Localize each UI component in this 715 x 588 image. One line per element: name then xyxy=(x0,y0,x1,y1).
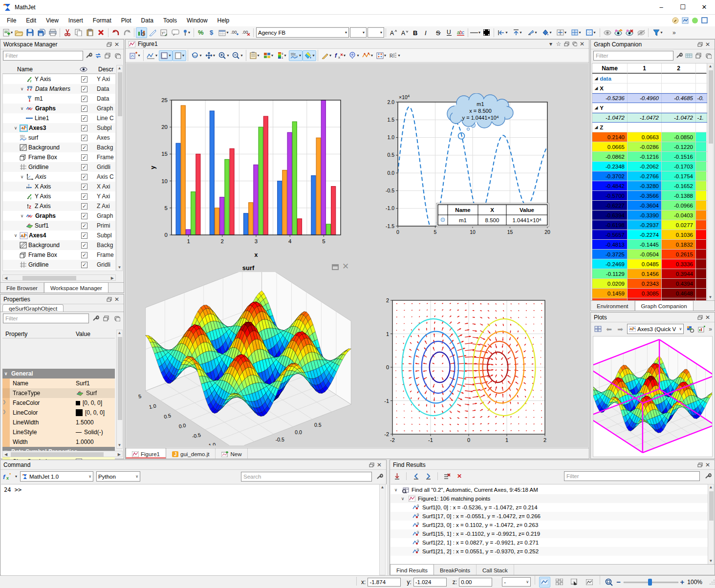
bar-series5-cat4[interactable] xyxy=(298,219,302,235)
gc-z-cell[interactable]: 0.0209 xyxy=(592,279,628,288)
bar-series4-cat2[interactable] xyxy=(225,159,229,235)
bar-series4-cat1[interactable] xyxy=(191,192,195,235)
gc-z-cell[interactable]: 0.1036 xyxy=(662,230,696,239)
copy-button[interactable] xyxy=(73,27,84,38)
find-result-item[interactable]: Surf1[17, 0] : x = -0.0551, y = -1.0472,… xyxy=(390,512,708,521)
view-chart-mode-icon[interactable] xyxy=(539,577,550,588)
font-size-combo-2[interactable]: ▾ xyxy=(368,27,384,38)
bar-series4-cat5[interactable] xyxy=(326,224,331,235)
gc-z-cell[interactable]: -0.2062 xyxy=(628,162,662,171)
close-panel-icon[interactable]: ✕ xyxy=(375,462,383,468)
axes-selector-combo[interactable]: Axes3 (Quick V ∨ xyxy=(627,324,684,334)
gc-z-cell-clipped[interactable] xyxy=(696,279,707,288)
add-plot-icon[interactable] xyxy=(697,325,706,334)
property-row[interactable]: LineStyle —Solid(-) xyxy=(2,427,115,437)
gc-z-cell-clipped[interactable] xyxy=(696,220,707,230)
coord-x-input[interactable] xyxy=(368,578,401,587)
find-result-item[interactable]: Surf1[22, 1] : x = 0.0827, y = -0.9921, … xyxy=(390,538,708,547)
gc-z-cell[interactable]: -0.1445 xyxy=(628,240,662,249)
tree-row[interactable]: y Y Axis ✓ Y Axi xyxy=(3,191,115,201)
settings-wrench-icon[interactable] xyxy=(91,314,100,323)
clipboard-button[interactable]: ▾ xyxy=(248,50,261,61)
gc-z-cell[interactable]: -0.1216 xyxy=(628,152,662,161)
visibility-checkbox[interactable]: ✓ xyxy=(81,252,87,258)
bar-series1-cat3[interactable] xyxy=(244,213,248,235)
thumbnail-grid-icon[interactable] xyxy=(593,325,602,334)
gc-z-cell-clipped[interactable] xyxy=(696,259,707,269)
function-fx-button[interactable]: fx▾ xyxy=(333,50,347,61)
subplot-restore-icon[interactable] xyxy=(331,263,339,271)
show-all-eye-button[interactable] xyxy=(602,27,613,38)
visibility-checkbox[interactable]: ✓ xyxy=(81,135,87,141)
gc-z-cell-clipped[interactable] xyxy=(696,191,707,200)
resize-grip[interactable] xyxy=(709,579,715,585)
visibility-checkbox[interactable]: ✓ xyxy=(81,262,87,268)
gc-z-cell-clipped[interactable] xyxy=(696,142,707,151)
hide-marked-eye-button[interactable] xyxy=(624,27,635,38)
zoom-magnifier-icon[interactable] xyxy=(605,578,613,586)
mini-chart-icon[interactable] xyxy=(584,577,595,588)
merge-cells-button[interactable]: ▾ xyxy=(554,27,569,38)
visibility-checkbox[interactable]: ✓ xyxy=(81,242,87,249)
workspace-filter-input[interactable] xyxy=(3,51,83,61)
gc-group-x[interactable]: ◢X xyxy=(592,84,628,93)
find-result-item[interactable]: Surf1[23, 0] : x = 0.1102, y = -1.0472, … xyxy=(390,521,708,529)
float-panel-icon[interactable] xyxy=(368,462,375,468)
figure-tab-gui-demo-jt[interactable]: Jgui_demo.jt xyxy=(166,448,216,459)
settings-wrench-icon[interactable] xyxy=(375,472,384,481)
axes-ruler-button[interactable]: ▾ xyxy=(159,50,173,61)
tree-col-desc[interactable]: Descr xyxy=(98,66,113,73)
float-window-icon[interactable] xyxy=(102,314,110,323)
gc-z-cell[interactable]: -0.1388 xyxy=(662,191,696,200)
tree-row[interactable]: ∨ Axis ✓ Axis C xyxy=(3,172,115,182)
gc-z-cell[interactable]: 0.0665 xyxy=(592,142,628,151)
frame-box-button[interactable]: ▾ xyxy=(173,50,186,61)
float-window-icon[interactable] xyxy=(695,51,703,60)
open-file-button[interactable] xyxy=(13,27,24,38)
tree-row[interactable]: ∨ Data Markers ✓ Data xyxy=(3,84,115,94)
gc-x-value[interactable]: -0. xyxy=(696,94,707,103)
gc-y-value[interactable]: -1.0472 xyxy=(662,113,696,122)
gc-z-cell[interactable]: -0.3280 xyxy=(628,181,662,190)
workspace-vscrollbar[interactable]: ▲▼ xyxy=(116,65,123,271)
gc-group-z[interactable]: ◢Z xyxy=(592,123,628,132)
tree-row[interactable]: title surf ✓ Axes xyxy=(3,133,115,143)
command-search-input[interactable] xyxy=(241,472,372,482)
menu-format[interactable]: Format xyxy=(88,16,116,25)
visibility-eye-icon[interactable] xyxy=(80,67,87,72)
cut-button[interactable] xyxy=(62,27,73,38)
settings-wrench-icon[interactable] xyxy=(675,51,683,60)
paste-button[interactable] xyxy=(84,27,95,38)
gc-z-cell[interactable]: 0.4648 xyxy=(662,289,696,298)
gc-z-cell-clipped[interactable] xyxy=(696,152,707,161)
show-checked-eye-button[interactable] xyxy=(613,27,624,38)
bar-series4-cat3[interactable] xyxy=(259,127,263,235)
panel-tab-workspace-manager[interactable]: Workspace Manager xyxy=(44,282,108,293)
zoom-in-button[interactable]: ▾ xyxy=(217,50,231,61)
gc-z-cell-clipped[interactable] xyxy=(696,210,707,220)
float-panel-icon[interactable] xyxy=(105,41,113,48)
pin-button[interactable]: ▾ xyxy=(181,27,192,38)
gc-z-cell[interactable]: 0.3336 xyxy=(662,259,696,269)
gc-z-cell-clipped[interactable] xyxy=(696,289,707,298)
visibility-checkbox[interactable]: ✓ xyxy=(81,154,87,161)
gc-z-cell[interactable]: -0.5700 xyxy=(592,191,628,200)
gc-z-cell[interactable]: 0.0485 xyxy=(628,259,662,269)
graph-companion-filter-input[interactable] xyxy=(593,51,673,61)
gc-z-cell[interactable]: 0.3944 xyxy=(662,269,696,278)
panel-tab-breakpoints[interactable]: BreakPoints xyxy=(434,565,477,575)
gc-z-cell[interactable]: -0.0286 xyxy=(628,142,662,151)
tree-row[interactable]: Frame Box ✓ Frame xyxy=(3,250,115,260)
copy-window-icon[interactable] xyxy=(704,51,712,60)
fill-black-button[interactable] xyxy=(481,27,492,38)
tree-row[interactable]: z Z Axis ✓ Z Axi xyxy=(3,201,115,211)
menu-insert[interactable]: Insert xyxy=(64,16,88,25)
language-combo[interactable]: Python∨ xyxy=(96,471,140,482)
panel-tab-file-browser[interactable]: File Browser xyxy=(0,283,44,293)
float-window-icon[interactable] xyxy=(104,51,112,60)
pan-button[interactable]: ▾ xyxy=(203,50,217,61)
surface-plot[interactable]: 1.51.00.50.0-0.5-1.0-1.5-0.50.00.50 xyxy=(138,272,358,445)
gc-z-cell[interactable]: -0.2469 xyxy=(592,259,628,269)
bar-chart[interactable]: 051015202512345xy xyxy=(148,93,344,262)
float-panel-icon[interactable] xyxy=(563,41,570,47)
